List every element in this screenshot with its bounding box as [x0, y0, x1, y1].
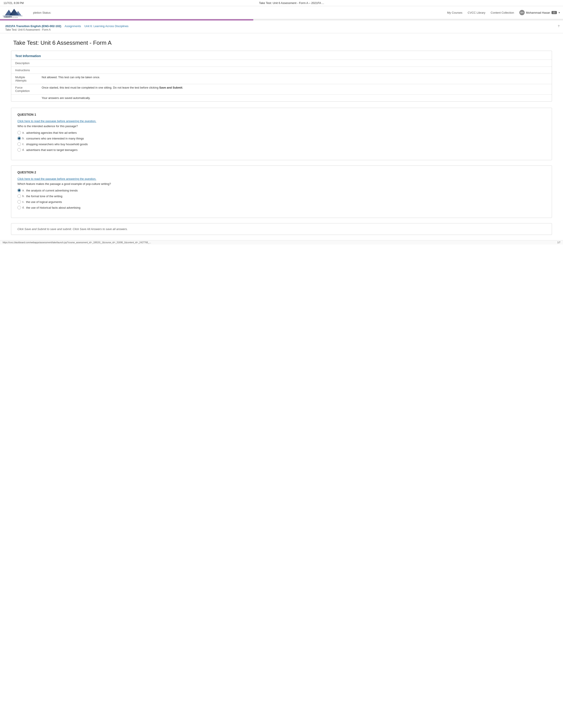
- nav-links: My Courses CVCC Library Content Collecti…: [447, 11, 514, 14]
- tab-title: Take Test: Unit 6 Assessment - Form A – …: [259, 1, 324, 5]
- question-2-label: QUESTION 2: [17, 171, 546, 174]
- footer-save-note: Click Save and Submit to save and submit…: [11, 223, 552, 235]
- bottom-bar: https://cvcc.blackboard.com/webapps/asse…: [0, 240, 563, 245]
- table-row: Description: [11, 60, 552, 67]
- question-2-passage-link[interactable]: Click here to read the passage before an…: [17, 177, 546, 180]
- q2-option-a[interactable]: a. the analysis of current advertising t…: [17, 189, 546, 192]
- value-force-completion: Once started, this test must be complete…: [38, 84, 552, 95]
- value-multiple-attempts: Not allowed. This test can only be taken…: [38, 74, 552, 84]
- user-area: MH Mohammad Hasan 55 ▼: [519, 10, 560, 15]
- dropdown-arrow-icon[interactable]: ▼: [558, 11, 560, 14]
- breadcrumb: 2021FA Transition English (ENG-002-102) …: [0, 22, 563, 28]
- label-description: Description: [11, 60, 38, 67]
- bottom-url: https://cvcc.blackboard.com/webapps/asse…: [3, 241, 151, 244]
- completion-status: pletion Status:: [33, 11, 51, 14]
- q2-option-d[interactable]: d. the use of historical facts about adv…: [17, 206, 546, 209]
- question-1-label: QUESTION 1: [17, 113, 546, 116]
- breadcrumb-unit[interactable]: Unit 6: Learning Across Disciplines: [84, 24, 128, 28]
- question-2-text: Which feature makes the passage a good e…: [17, 182, 546, 186]
- q2-radio-a-fill: [18, 189, 20, 191]
- q1-radio-c[interactable]: [17, 142, 21, 146]
- table-row: Your answers are saved automatically.: [11, 95, 552, 102]
- table-row: MultipleAttempts Not allowed. This test …: [11, 74, 552, 84]
- value-auto-save: Your answers are saved automatically.: [38, 95, 552, 102]
- q1-radio-d[interactable]: [17, 148, 21, 152]
- table-row: ForceCompletion Once started, this test …: [11, 84, 552, 95]
- label-instructions: Instructions: [11, 67, 38, 74]
- value-description: [38, 60, 552, 67]
- top-bar: 11/7/21, 8:39 PM Take Test: Unit 6 Asses…: [0, 0, 563, 6]
- avatar: MH: [519, 10, 525, 15]
- q2-option-a-text: the analysis of current advertising tren…: [26, 189, 78, 192]
- page-title-area: Take Test: Unit 6 Assessment - Form A: [0, 33, 563, 51]
- label-auto-save: [11, 95, 38, 102]
- user-name: Mohammad Hasan: [526, 11, 550, 14]
- q1-radio-a[interactable]: [17, 131, 21, 134]
- test-info-table: Description Instructions MultipleAttempt…: [11, 59, 552, 101]
- logo[interactable]: Catawba COMMUNITY COLLEGE: [3, 7, 31, 18]
- q1-option-d[interactable]: d. advertisers that want to target teena…: [17, 148, 546, 152]
- question-1-section: QUESTION 1 Click here to read the passag…: [11, 108, 552, 160]
- datetime: 11/7/21, 8:39 PM: [4, 2, 24, 5]
- my-courses-link[interactable]: My Courses: [447, 11, 462, 14]
- q1-option-d-text: advertisers that want to target teenager…: [26, 148, 78, 152]
- header-nav: Catawba COMMUNITY COLLEGE pletion Status…: [0, 6, 563, 19]
- q2-radio-c[interactable]: [17, 200, 21, 204]
- test-info-box: Test Information Description Instruction…: [11, 51, 552, 102]
- q1-option-c[interactable]: c. shopping researchers who buy househol…: [17, 142, 546, 146]
- q1-option-b[interactable]: b. consumers who are interested in many …: [17, 137, 546, 140]
- q2-option-c-text: the use of logical arguments: [26, 200, 62, 204]
- q1-radio-b[interactable]: [17, 137, 21, 140]
- q1-option-a[interactable]: a. advertising agencies that hire ad wri…: [17, 131, 546, 134]
- page-title: Take Test: Unit 6 Assessment - Form A: [13, 39, 550, 46]
- cvcc-library-link[interactable]: CVCC Library: [468, 11, 485, 14]
- test-info-title: Test Information: [15, 54, 41, 58]
- label-multiple-attempts: MultipleAttempts: [11, 74, 38, 84]
- label-force-completion: ForceCompletion: [11, 84, 38, 95]
- table-row: Instructions: [11, 67, 552, 74]
- q1-option-b-text: consumers who are interested in many thi…: [26, 137, 84, 140]
- value-instructions: [38, 67, 552, 74]
- page-number: 1/7: [557, 241, 560, 244]
- q2-option-b-text: the formal tone of the writing: [26, 195, 62, 198]
- q2-radio-a[interactable]: [17, 189, 21, 192]
- q2-option-d-text: the use of historical facts about advert…: [26, 206, 80, 209]
- breadcrumb-assignments[interactable]: Assignments: [65, 24, 81, 28]
- question-2-section: QUESTION 2 Click here to read the passag…: [11, 165, 552, 218]
- q2-option-b[interactable]: b. the formal tone of the writing: [17, 194, 546, 198]
- q2-option-c[interactable]: c. the use of logical arguments: [17, 200, 546, 204]
- breadcrumb-course[interactable]: 2021FA Transition English (ENG-002-102): [5, 24, 61, 28]
- user-score: 55: [552, 11, 557, 14]
- question-1-text: Who is the intended audience for this pa…: [17, 124, 546, 128]
- q1-option-a-text: advertising agencies that hire ad writer…: [26, 131, 77, 134]
- q1-radio-b-fill: [18, 137, 20, 139]
- q1-option-c-text: shopping researchers who buy household g…: [26, 143, 88, 146]
- q2-radio-d[interactable]: [17, 206, 21, 209]
- test-info-header: Test Information: [11, 51, 552, 59]
- help-icon[interactable]: ?: [558, 24, 559, 28]
- svg-text:COMMUNITY COLLEGE: COMMUNITY COLLEGE: [4, 17, 18, 18]
- breadcrumb-sub: Take Test: Unit 6 Assessment - Form A: [0, 28, 563, 33]
- content-collection-link[interactable]: Content Collection: [491, 11, 514, 14]
- question-1-passage-link[interactable]: Click here to read the passage before an…: [17, 119, 546, 123]
- q2-radio-b[interactable]: [17, 194, 21, 198]
